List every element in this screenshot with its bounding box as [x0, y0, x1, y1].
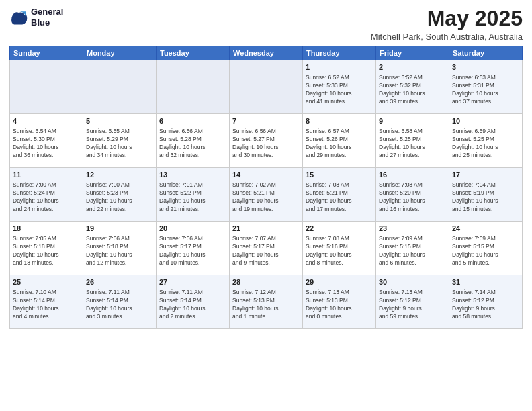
cell-info: Sunrise: 7:02 AMSunset: 5:21 PMDaylight:…: [232, 181, 300, 214]
cell-info: Sunrise: 6:56 AMSunset: 5:27 PMDaylight:…: [232, 128, 300, 160]
cell-info: Sunrise: 6:54 AMSunset: 5:30 PMDaylight:…: [13, 128, 80, 160]
cell-date: 6: [159, 116, 226, 126]
cell-date: 21: [232, 224, 300, 234]
calendar-cell: 1Sunrise: 6:52 AMSunset: 5:33 PMDaylight…: [303, 60, 376, 114]
calendar-cell: 11Sunrise: 7:00 AMSunset: 5:24 PMDayligh…: [10, 168, 83, 222]
calendar-week-5: 25Sunrise: 7:10 AMSunset: 5:14 PMDayligh…: [10, 275, 523, 329]
calendar-cell: 8Sunrise: 6:57 AMSunset: 5:26 PMDaylight…: [303, 114, 376, 168]
cell-date: 12: [86, 170, 153, 180]
cell-date: 5: [86, 116, 153, 126]
calendar-cell: 26Sunrise: 7:11 AMSunset: 5:14 PMDayligh…: [83, 275, 157, 329]
header: General Blue May 2025 Mitchell Park, Sou…: [9, 7, 523, 42]
day-header-saturday: Saturday: [449, 46, 523, 60]
calendar-week-1: 1Sunrise: 6:52 AMSunset: 5:33 PMDaylight…: [10, 60, 523, 114]
cell-info: Sunrise: 6:57 AMSunset: 5:26 PMDaylight:…: [306, 128, 373, 160]
day-header-friday: Friday: [376, 46, 449, 60]
cell-date: 18: [13, 224, 80, 234]
cell-date: 26: [86, 277, 153, 287]
cell-date: 9: [379, 116, 446, 126]
cell-date: 14: [232, 170, 300, 180]
cell-info: Sunrise: 7:09 AMSunset: 5:15 PMDaylight:…: [452, 235, 519, 267]
cell-date: 19: [86, 224, 153, 234]
cell-info: Sunrise: 6:58 AMSunset: 5:25 PMDaylight:…: [379, 128, 446, 160]
calendar-cell: 22Sunrise: 7:08 AMSunset: 5:16 PMDayligh…: [303, 222, 376, 275]
cell-date: 11: [13, 170, 80, 180]
cell-info: Sunrise: 6:52 AMSunset: 5:33 PMDaylight:…: [306, 74, 373, 106]
calendar-cell: 13Sunrise: 7:01 AMSunset: 5:22 PMDayligh…: [157, 168, 230, 222]
calendar-cell: 14Sunrise: 7:02 AMSunset: 5:21 PMDayligh…: [230, 168, 303, 222]
cell-date: 10: [452, 116, 519, 126]
calendar-cell: 19Sunrise: 7:06 AMSunset: 5:18 PMDayligh…: [83, 222, 157, 275]
cell-date: 2: [379, 62, 446, 73]
cell-info: Sunrise: 7:11 AMSunset: 5:14 PMDaylight:…: [86, 289, 153, 321]
logo: General Blue: [9, 7, 63, 28]
cell-date: 24: [452, 224, 519, 234]
cell-date: 8: [306, 116, 373, 126]
cell-info: Sunrise: 6:56 AMSunset: 5:28 PMDaylight:…: [159, 128, 226, 160]
calendar-cell: [230, 60, 303, 114]
cell-info: Sunrise: 7:08 AMSunset: 5:16 PMDaylight:…: [306, 235, 373, 267]
cell-info: Sunrise: 6:52 AMSunset: 5:32 PMDaylight:…: [379, 74, 446, 106]
day-header-tuesday: Tuesday: [157, 46, 230, 60]
calendar-cell: 9Sunrise: 6:58 AMSunset: 5:25 PMDaylight…: [376, 114, 449, 168]
logo-line2: Blue: [31, 17, 63, 28]
calendar-cell: 3Sunrise: 6:53 AMSunset: 5:31 PMDaylight…: [449, 60, 523, 114]
cell-info: Sunrise: 7:04 AMSunset: 5:19 PMDaylight:…: [452, 181, 519, 214]
calendar-cell: 23Sunrise: 7:09 AMSunset: 5:15 PMDayligh…: [376, 222, 449, 275]
calendar-cell: 17Sunrise: 7:04 AMSunset: 5:19 PMDayligh…: [449, 168, 523, 222]
cell-info: Sunrise: 7:11 AMSunset: 5:14 PMDaylight:…: [159, 289, 226, 321]
location-title: Mitchell Park, South Australia, Australi…: [371, 32, 523, 42]
cell-info: Sunrise: 7:05 AMSunset: 5:18 PMDaylight:…: [13, 235, 80, 267]
calendar-cell: 25Sunrise: 7:10 AMSunset: 5:14 PMDayligh…: [10, 275, 83, 329]
cell-info: Sunrise: 7:06 AMSunset: 5:17 PMDaylight:…: [159, 235, 226, 267]
cell-date: 25: [13, 277, 80, 287]
logo-line1: General: [31, 7, 63, 17]
cell-date: 22: [306, 224, 373, 234]
calendar-week-3: 11Sunrise: 7:00 AMSunset: 5:24 PMDayligh…: [10, 168, 523, 222]
cell-date: 23: [379, 224, 446, 234]
calendar-cell: 29Sunrise: 7:13 AMSunset: 5:13 PMDayligh…: [303, 275, 376, 329]
logo-icon: [9, 8, 28, 27]
cell-date: 28: [232, 277, 300, 287]
cell-info: Sunrise: 7:13 AMSunset: 5:12 PMDaylight:…: [379, 289, 446, 321]
calendar-week-2: 4Sunrise: 6:54 AMSunset: 5:30 PMDaylight…: [10, 114, 523, 168]
calendar-table: SundayMondayTuesdayWednesdayThursdayFrid…: [9, 46, 523, 329]
cell-date: 4: [13, 116, 80, 126]
cell-info: Sunrise: 6:55 AMSunset: 5:29 PMDaylight:…: [86, 128, 153, 160]
calendar-cell: 4Sunrise: 6:54 AMSunset: 5:30 PMDaylight…: [10, 114, 83, 168]
calendar-cell: [10, 60, 83, 114]
logo-text-block: General Blue: [31, 7, 63, 28]
calendar-cell: 30Sunrise: 7:13 AMSunset: 5:12 PMDayligh…: [376, 275, 449, 329]
day-header-wednesday: Wednesday: [230, 46, 303, 60]
cell-date: 1: [306, 62, 373, 73]
calendar-cell: 12Sunrise: 7:00 AMSunset: 5:23 PMDayligh…: [83, 168, 157, 222]
cell-date: 20: [159, 224, 226, 234]
cell-info: Sunrise: 6:53 AMSunset: 5:31 PMDaylight:…: [452, 74, 519, 106]
cell-date: 7: [232, 116, 300, 126]
cell-info: Sunrise: 7:12 AMSunset: 5:13 PMDaylight:…: [232, 289, 300, 321]
calendar-cell: 10Sunrise: 6:59 AMSunset: 5:25 PMDayligh…: [449, 114, 523, 168]
month-title: May 2025: [371, 7, 523, 30]
calendar-cell: [83, 60, 157, 114]
cell-date: 31: [452, 277, 519, 287]
calendar-cell: 15Sunrise: 7:03 AMSunset: 5:21 PMDayligh…: [303, 168, 376, 222]
cell-date: 29: [306, 277, 373, 287]
calendar-cell: 7Sunrise: 6:56 AMSunset: 5:27 PMDaylight…: [230, 114, 303, 168]
cell-date: 15: [306, 170, 373, 180]
calendar-cell: 20Sunrise: 7:06 AMSunset: 5:17 PMDayligh…: [157, 222, 230, 275]
calendar-cell: 28Sunrise: 7:12 AMSunset: 5:13 PMDayligh…: [230, 275, 303, 329]
cell-info: Sunrise: 7:00 AMSunset: 5:23 PMDaylight:…: [86, 181, 153, 214]
day-header-sunday: Sunday: [10, 46, 83, 60]
cell-info: Sunrise: 7:10 AMSunset: 5:14 PMDaylight:…: [13, 289, 80, 321]
cell-info: Sunrise: 7:14 AMSunset: 5:12 PMDaylight:…: [452, 289, 519, 321]
cell-date: 27: [159, 277, 226, 287]
cell-info: Sunrise: 6:59 AMSunset: 5:25 PMDaylight:…: [452, 128, 519, 160]
cell-date: 17: [452, 170, 519, 180]
header-row: SundayMondayTuesdayWednesdayThursdayFrid…: [10, 46, 523, 60]
calendar-cell: 24Sunrise: 7:09 AMSunset: 5:15 PMDayligh…: [449, 222, 523, 275]
calendar-cell: [157, 60, 230, 114]
day-header-monday: Monday: [83, 46, 157, 60]
cell-date: 13: [159, 170, 226, 180]
cell-info: Sunrise: 7:03 AMSunset: 5:21 PMDaylight:…: [306, 181, 373, 214]
cell-info: Sunrise: 7:01 AMSunset: 5:22 PMDaylight:…: [159, 181, 226, 214]
